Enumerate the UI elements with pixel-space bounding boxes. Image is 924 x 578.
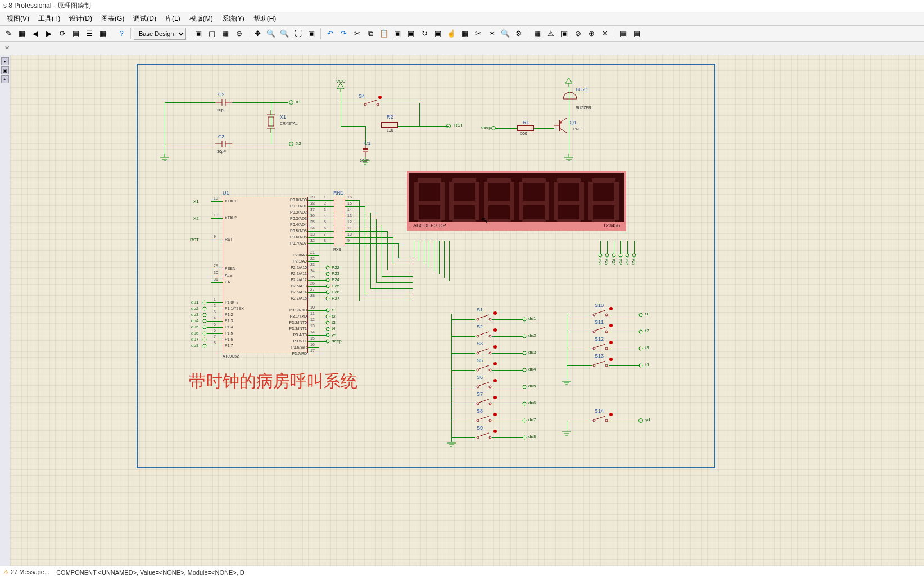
tb-zoom-area-icon[interactable]: ▣ bbox=[192, 28, 205, 40]
menu-help[interactable]: 帮助(H) bbox=[249, 13, 281, 25]
rn1-body[interactable] bbox=[334, 197, 345, 246]
menu-view[interactable]: 视图(V) bbox=[2, 13, 34, 25]
tb-decompose-icon[interactable]: ✂ bbox=[472, 28, 484, 40]
c2-symbol[interactable] bbox=[215, 99, 232, 106]
sw-S12-term[interactable] bbox=[639, 347, 643, 351]
side-component-icon[interactable]: ▣ bbox=[1, 66, 9, 74]
menu-library[interactable]: 库(L) bbox=[161, 13, 185, 25]
design-selector[interactable]: Base Design bbox=[134, 28, 186, 40]
sw-S8-term[interactable] bbox=[523, 419, 527, 423]
sw-S13-symbol[interactable] bbox=[592, 360, 609, 368]
sw-S10-term[interactable] bbox=[639, 313, 643, 317]
tb-edit-icon[interactable]: ✎ bbox=[2, 28, 15, 40]
s14-net-term[interactable] bbox=[638, 418, 643, 423]
x1-terminal[interactable] bbox=[289, 100, 293, 105]
tb-zoom-out-icon[interactable]: 🔍 bbox=[278, 28, 291, 40]
sw-S11-term[interactable] bbox=[639, 330, 643, 334]
tb-del-icon[interactable]: ✕ bbox=[599, 28, 611, 40]
sw-S5-dot[interactable] bbox=[493, 362, 497, 365]
rst-terminal[interactable] bbox=[446, 124, 451, 128]
tb-pick-icon[interactable]: ☝ bbox=[445, 28, 458, 40]
tab-close-icon[interactable]: ✕ bbox=[2, 44, 11, 53]
tb-layer-icon[interactable]: ▤ bbox=[70, 28, 82, 40]
sw-S12-dot[interactable] bbox=[609, 341, 613, 344]
tb-refresh-icon[interactable]: ⟳ bbox=[56, 28, 69, 40]
tb-block-copy-icon[interactable]: ▣ bbox=[391, 28, 404, 40]
sw-S9-dot[interactable] bbox=[493, 430, 497, 433]
tb-next-icon[interactable]: ▶ bbox=[43, 28, 55, 40]
sw-S13-dot[interactable] bbox=[609, 358, 613, 361]
du-term-3[interactable] bbox=[203, 319, 207, 323]
tb-erc-icon[interactable]: ⚠ bbox=[545, 28, 557, 40]
tb-props-icon[interactable]: ☰ bbox=[83, 28, 96, 40]
tb-wire-auto-icon[interactable]: ✶ bbox=[486, 28, 498, 40]
tb-zoom-in-icon[interactable]: 🔍 bbox=[265, 28, 277, 40]
menu-tools[interactable]: 工具(T) bbox=[34, 13, 65, 25]
sw-S11-dot[interactable] bbox=[609, 324, 613, 327]
sw-S11-symbol[interactable] bbox=[592, 326, 609, 334]
sw-S7-term[interactable] bbox=[523, 402, 527, 406]
sw-S6-symbol[interactable] bbox=[475, 381, 492, 389]
tb-paste-icon[interactable]: 📋 bbox=[378, 28, 390, 40]
sw-S5-term[interactable] bbox=[523, 368, 527, 372]
sw-S8-symbol[interactable] bbox=[475, 415, 492, 423]
sw-S2-symbol[interactable] bbox=[475, 331, 492, 338]
du-term-5[interactable] bbox=[203, 332, 207, 336]
sw-S3-symbol[interactable] bbox=[475, 347, 492, 355]
sw-S10-symbol[interactable] bbox=[592, 309, 609, 317]
sw-S9-symbol[interactable] bbox=[475, 432, 492, 440]
tb-report-icon[interactable]: ▤ bbox=[631, 28, 643, 40]
sw-S6-dot[interactable] bbox=[493, 379, 497, 382]
sw-S6-term[interactable] bbox=[523, 385, 527, 389]
tb-undo-icon[interactable]: ↶ bbox=[324, 28, 336, 40]
menu-design[interactable]: 设计(D) bbox=[65, 13, 97, 25]
tb-zoom-region-icon[interactable]: ▣ bbox=[305, 28, 318, 40]
c1-symbol[interactable] bbox=[361, 145, 369, 157]
menu-debug[interactable]: 调试(D) bbox=[129, 13, 161, 25]
tb-snap-icon[interactable]: ▦ bbox=[219, 28, 232, 40]
sw-S7-dot[interactable] bbox=[493, 396, 497, 399]
r2-symbol[interactable] bbox=[381, 122, 398, 128]
sw-S1-term[interactable] bbox=[523, 318, 527, 322]
deep-terminal[interactable] bbox=[491, 126, 496, 130]
sw-S13-term[interactable] bbox=[639, 364, 643, 368]
x2-terminal[interactable] bbox=[289, 142, 293, 146]
s14-symbol[interactable] bbox=[592, 415, 609, 423]
menu-graph[interactable]: 图表(G) bbox=[97, 13, 129, 25]
r1-symbol[interactable] bbox=[517, 125, 534, 131]
tb-cut-icon[interactable]: ✂ bbox=[351, 28, 363, 40]
du-term-4[interactable] bbox=[203, 326, 207, 329]
sw-S12-symbol[interactable] bbox=[592, 343, 609, 351]
tb-redo-icon[interactable]: ↷ bbox=[337, 28, 350, 40]
tb-netlist-icon[interactable]: ▦ bbox=[531, 28, 543, 40]
tb-center-icon[interactable]: ✥ bbox=[251, 28, 264, 40]
tb-zoom-all-icon[interactable]: ▢ bbox=[206, 28, 218, 40]
tb-assign-icon[interactable]: ⚙ bbox=[513, 28, 525, 40]
sw-S2-dot[interactable] bbox=[493, 328, 497, 332]
side-junction-icon[interactable]: + bbox=[1, 75, 9, 83]
tb-new-icon[interactable]: ⊕ bbox=[585, 28, 597, 40]
schematic-canvas[interactable]: C2 30pF C3 30pF X1 CRYSTAL X1 X2 VCC S4 … bbox=[10, 55, 924, 566]
tb-search-icon[interactable]: 🔍 bbox=[499, 28, 511, 40]
menu-system[interactable]: 系统(Y) bbox=[218, 13, 249, 25]
du-term-0[interactable] bbox=[203, 301, 207, 305]
sw-S1-symbol[interactable] bbox=[475, 314, 492, 322]
status-messages[interactable]: ⚠ 27 Message... bbox=[3, 568, 49, 576]
tb-excl-icon[interactable]: ⊘ bbox=[572, 28, 584, 40]
seven-seg-display[interactable]: ABCDEFG DP 123456 bbox=[407, 171, 626, 231]
tb-package-icon[interactable]: ▦ bbox=[459, 28, 471, 40]
s14-dot[interactable] bbox=[609, 413, 613, 416]
tb-block-rot-icon[interactable]: ↻ bbox=[418, 28, 431, 40]
tb-block-del-icon[interactable]: ▣ bbox=[432, 28, 444, 40]
sw-S2-term[interactable] bbox=[523, 335, 527, 338]
menu-template[interactable]: 模版(M) bbox=[185, 13, 218, 25]
tb-bom-icon[interactable]: ▤ bbox=[617, 28, 629, 40]
tb-help-icon[interactable]: ? bbox=[115, 28, 128, 40]
tb-copy-icon[interactable]: ⧉ bbox=[364, 28, 377, 40]
s4-symbol[interactable] bbox=[363, 99, 380, 107]
du-term-6[interactable] bbox=[203, 338, 207, 342]
q1-symbol[interactable] bbox=[554, 117, 571, 134]
tb-compile-icon[interactable]: ▣ bbox=[558, 28, 570, 40]
sw-S1-dot[interactable] bbox=[493, 311, 497, 315]
tb-fit-icon[interactable]: ⛶ bbox=[292, 28, 304, 40]
